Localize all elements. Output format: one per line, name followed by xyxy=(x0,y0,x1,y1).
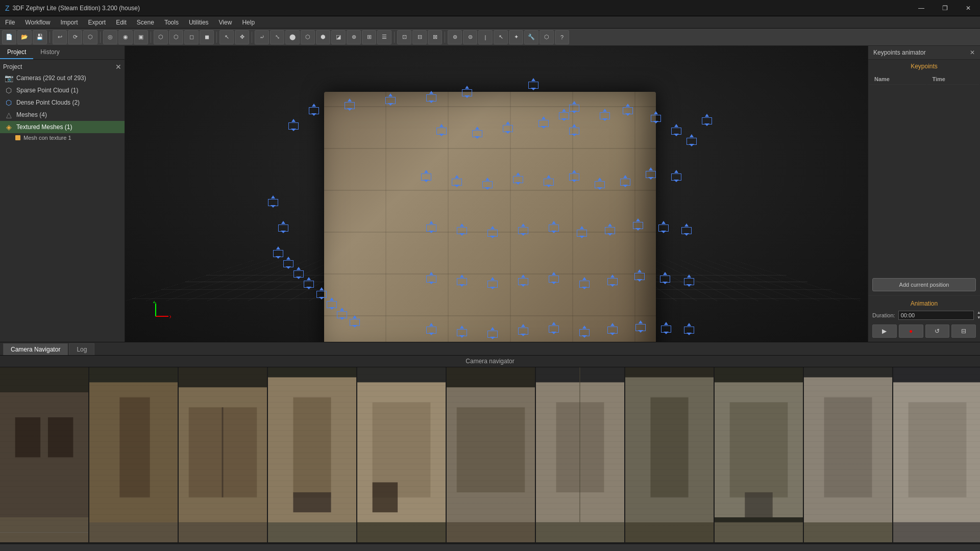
toolbar-28[interactable]: ⬡ xyxy=(540,30,554,44)
toolbar-25[interactable]: ↖ xyxy=(494,30,508,44)
toolbar-21[interactable]: ⊠ xyxy=(428,30,442,44)
svg-rect-24 xyxy=(357,367,446,542)
toolbar-16[interactable]: ⊕ xyxy=(347,30,361,44)
toolbar-btn-3[interactable]: ⬡ xyxy=(83,30,97,44)
toolbar-13[interactable]: ⬡ xyxy=(301,30,315,44)
spinner-down[interactable]: ▼ xyxy=(977,315,980,320)
menu-import[interactable]: Import xyxy=(55,18,83,27)
tab-history[interactable]: History xyxy=(33,46,66,59)
toolbar-19[interactable]: ⊡ xyxy=(397,30,411,44)
toolbar-btn-10[interactable]: ◼ xyxy=(200,30,214,44)
camera-position xyxy=(633,222,643,229)
toolbar-20[interactable]: ⊟ xyxy=(412,30,427,44)
tab-log[interactable]: Log xyxy=(69,343,94,355)
camera-position xyxy=(327,301,337,308)
right-panel-close[interactable]: ✕ xyxy=(970,49,975,56)
camera-position xyxy=(462,89,472,96)
thumbnail-8[interactable] xyxy=(625,367,715,542)
dense-icon: ⬡ xyxy=(4,98,13,107)
thumbnail-strip[interactable] xyxy=(0,367,980,542)
toolbar-14[interactable]: ⬢ xyxy=(316,30,330,44)
thumbnail-6[interactable] xyxy=(447,367,536,542)
svg-rect-38 xyxy=(625,367,714,542)
tree-item-textured[interactable]: ◈ Textured Meshes (1) xyxy=(0,121,125,133)
thumbnail-1[interactable] xyxy=(0,367,89,542)
play-button[interactable]: ▶ xyxy=(872,324,897,338)
toolbar-18[interactable]: ☰ xyxy=(377,30,391,44)
thumbnail-10[interactable] xyxy=(804,367,893,542)
camera-position xyxy=(487,230,498,237)
toolbar-17[interactable]: ⊞ xyxy=(362,30,376,44)
toolbar-btn-9[interactable]: ◻ xyxy=(184,30,199,44)
menu-scene[interactable]: Scene xyxy=(132,18,159,27)
stop-button[interactable]: ⊟ xyxy=(951,324,976,338)
toolbar-26[interactable]: ✦ xyxy=(509,30,523,44)
tree-item-cameras[interactable]: 📷 Cameras (292 out of 293) xyxy=(0,72,125,84)
toolbar-12[interactable]: ⬤ xyxy=(285,30,300,44)
close-button[interactable]: ✕ xyxy=(957,0,980,16)
menu-utilities[interactable]: Utilities xyxy=(184,18,214,27)
new-project-button[interactable]: 📄 xyxy=(2,30,16,44)
toolbar-27[interactable]: 🔧 xyxy=(524,30,538,44)
toolbar-btn-7[interactable]: ⬡ xyxy=(154,30,168,44)
menu-workflow[interactable]: Workflow xyxy=(20,18,55,27)
menu-view[interactable]: View xyxy=(214,18,237,27)
toolbar-select[interactable]: ↖ xyxy=(219,30,234,44)
camera-position xyxy=(577,230,587,237)
toolbar-move[interactable]: ✥ xyxy=(235,30,249,44)
menu-file[interactable]: File xyxy=(0,18,20,27)
sub-item-mesh1[interactable]: Mesh con texture 1 xyxy=(0,133,125,142)
thumbnail-4[interactable] xyxy=(268,367,357,542)
toolbar-btn-8[interactable]: ⬡ xyxy=(169,30,183,44)
toolbar-24[interactable]: | xyxy=(478,30,493,44)
camera-navigator-header: Camera navigator xyxy=(0,356,980,367)
viewport[interactable]: x Z xyxy=(125,46,868,342)
duration-input[interactable] xyxy=(898,311,974,320)
tree-item-sparse[interactable]: ⬡ Sparse Point Cloud (1) xyxy=(0,84,125,96)
keypoints-table: Name Time xyxy=(868,73,980,86)
toolbar-23[interactable]: ⊜ xyxy=(463,30,477,44)
thumbnail-2[interactable] xyxy=(89,367,179,542)
menu-help[interactable]: Help xyxy=(237,18,260,27)
save-button[interactable]: 💾 xyxy=(33,30,47,44)
menu-edit[interactable]: Edit xyxy=(111,18,132,27)
thumbnail-5[interactable] xyxy=(357,367,447,542)
tree-item-meshes[interactable]: △ Meshes (4) xyxy=(0,109,125,121)
camera-position xyxy=(634,273,645,280)
tab-camera-navigator[interactable]: Camera Navigator xyxy=(3,343,68,355)
thumbnail-3[interactable] xyxy=(179,367,268,542)
thumbnail-9[interactable] xyxy=(715,367,804,542)
horizontal-scrollbar[interactable] xyxy=(0,544,980,551)
minimize-button[interactable]: — xyxy=(910,0,933,16)
toolbar-btn-4[interactable]: ◎ xyxy=(103,30,117,44)
toolbar-btn-6[interactable]: ▣ xyxy=(134,30,148,44)
toolbar-rotate[interactable]: ⤾ xyxy=(255,30,269,44)
camera-position xyxy=(268,199,278,206)
camera-position xyxy=(600,112,610,119)
toolbar-scale[interactable]: ⤡ xyxy=(270,30,284,44)
toolbar-btn-1[interactable]: ↩ xyxy=(53,30,67,44)
menu-export[interactable]: Export xyxy=(83,18,111,27)
svg-rect-48 xyxy=(804,378,892,528)
loop-button[interactable]: ↺ xyxy=(925,324,950,338)
camera-position xyxy=(681,227,692,234)
tab-project[interactable]: Project xyxy=(0,46,33,59)
camera-position xyxy=(518,278,528,285)
toolbar-btn-5[interactable]: ◉ xyxy=(118,30,133,44)
duration-spinner[interactable]: ▲ ▼ xyxy=(977,310,980,320)
svg-rect-42 xyxy=(715,367,803,542)
maximize-button[interactable]: ❐ xyxy=(933,0,957,16)
open-button[interactable]: 📂 xyxy=(17,30,32,44)
menu-tools[interactable]: Tools xyxy=(159,18,184,27)
add-current-position-button[interactable]: Add current position xyxy=(872,278,976,291)
toolbar-btn-2[interactable]: ⟳ xyxy=(68,30,82,44)
spinner-up[interactable]: ▲ xyxy=(977,310,980,315)
toolbar-22[interactable]: ⊛ xyxy=(448,30,462,44)
thumbnail-11[interactable] xyxy=(893,367,980,542)
project-close-button[interactable]: ✕ xyxy=(115,63,121,71)
toolbar-help[interactable]: ? xyxy=(555,30,569,44)
toolbar-15[interactable]: ◪ xyxy=(331,30,346,44)
tree-item-dense[interactable]: ⬡ Dense Point Clouds (2) xyxy=(0,96,125,109)
record-button[interactable]: ● xyxy=(899,324,923,338)
thumbnail-7[interactable] xyxy=(536,367,625,542)
